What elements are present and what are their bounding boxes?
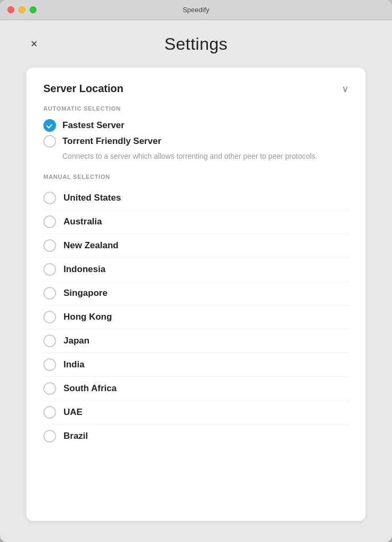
- country-name: Hong Kong: [63, 312, 112, 322]
- automatic-selection-label: AUTOMATIC SELECTION: [43, 105, 349, 112]
- manual-selection-section: MANUAL SELECTION United StatesAustraliaN…: [43, 174, 349, 447]
- country-name: Singapore: [63, 288, 107, 299]
- country-divider: [43, 257, 349, 258]
- country-radio[interactable]: [43, 215, 56, 228]
- fastest-server-option[interactable]: Fastest Server: [43, 119, 349, 132]
- country-name: Brazil: [63, 431, 88, 441]
- content-area: × Settings Server Location ∨ AUTOMATIC S…: [0, 20, 392, 542]
- traffic-lights: [7, 6, 37, 13]
- torrent-server-label: Torrent Friendly Server: [62, 135, 161, 148]
- country-item[interactable]: Indonesia: [43, 259, 349, 280]
- country-radio[interactable]: [43, 263, 56, 276]
- country-name: India: [63, 359, 85, 370]
- country-name: Australia: [63, 216, 102, 227]
- country-item[interactable]: UAE: [43, 402, 349, 423]
- section-header: Server Location ∨: [43, 83, 349, 95]
- country-divider: [43, 424, 349, 424]
- torrent-server-radio[interactable]: [43, 135, 56, 148]
- country-radio[interactable]: [43, 239, 56, 252]
- country-name: Japan: [63, 336, 89, 346]
- country-radio[interactable]: [43, 335, 56, 347]
- torrent-server-description: Connects to a server which allows torren…: [62, 151, 349, 162]
- country-divider: [43, 400, 349, 401]
- manual-selection-label: MANUAL SELECTION: [43, 174, 349, 180]
- chevron-down-icon[interactable]: ∨: [342, 83, 349, 95]
- country-radio[interactable]: [43, 430, 56, 442]
- country-name: United States: [63, 193, 121, 203]
- app-window: Speedify × Settings Server Location ∨ AU…: [0, 0, 392, 542]
- country-radio[interactable]: [43, 382, 56, 395]
- country-list: United StatesAustraliaNew ZealandIndones…: [43, 187, 349, 447]
- maximize-button[interactable]: [30, 6, 37, 13]
- country-name: New Zealand: [63, 240, 118, 251]
- country-divider: [43, 353, 349, 353]
- minimize-button[interactable]: [19, 6, 25, 13]
- country-radio[interactable]: [43, 287, 56, 300]
- fastest-server-radio[interactable]: [43, 119, 56, 132]
- fastest-server-label: Fastest Server: [62, 119, 124, 132]
- country-name: UAE: [63, 407, 83, 418]
- settings-card: Server Location ∨ AUTOMATIC SELECTION Fa…: [26, 68, 366, 521]
- settings-close-button[interactable]: ×: [26, 36, 42, 52]
- window-title: Speedify: [183, 6, 209, 14]
- country-divider: [43, 376, 349, 377]
- country-item[interactable]: United States: [43, 187, 349, 209]
- country-divider: [43, 329, 349, 329]
- country-name: South Africa: [63, 383, 116, 394]
- section-title: Server Location: [43, 83, 123, 95]
- country-divider: [43, 305, 349, 305]
- country-radio[interactable]: [43, 192, 56, 204]
- country-radio[interactable]: [43, 311, 56, 323]
- country-item[interactable]: New Zealand: [43, 235, 349, 256]
- country-divider: [43, 233, 349, 234]
- country-item[interactable]: Singapore: [43, 283, 349, 304]
- country-item[interactable]: Hong Kong: [43, 306, 349, 328]
- country-item[interactable]: India: [43, 354, 349, 375]
- country-radio[interactable]: [43, 406, 56, 419]
- country-item[interactable]: Japan: [43, 330, 349, 351]
- country-divider: [43, 210, 349, 210]
- country-item[interactable]: South Africa: [43, 378, 349, 399]
- country-radio[interactable]: [43, 358, 56, 371]
- country-item[interactable]: Brazil: [43, 426, 349, 447]
- country-item[interactable]: Australia: [43, 211, 349, 232]
- close-button[interactable]: [7, 6, 14, 13]
- title-bar: Speedify: [0, 0, 392, 20]
- page-title: Settings: [165, 34, 228, 54]
- country-name: Indonesia: [63, 264, 105, 275]
- country-divider: [43, 281, 349, 282]
- page-header: × Settings: [26, 36, 366, 52]
- torrent-server-option[interactable]: Torrent Friendly Server: [43, 135, 349, 148]
